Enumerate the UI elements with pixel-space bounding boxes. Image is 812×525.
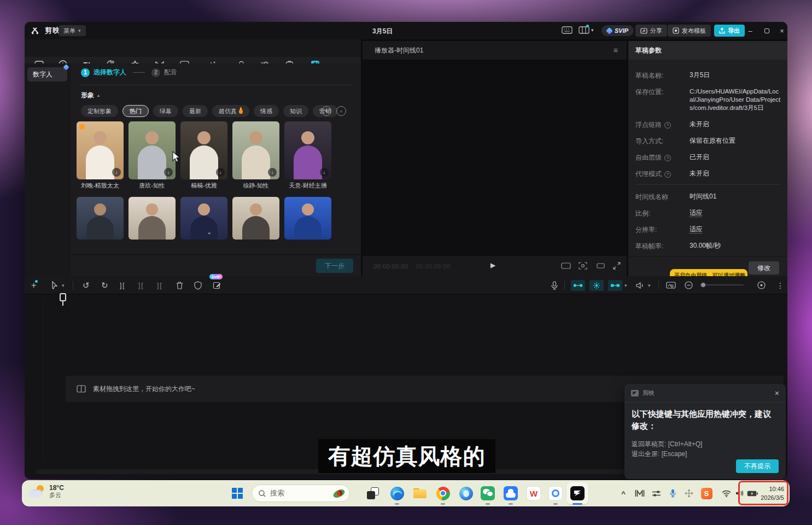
download-icon[interactable]: ↓: [112, 168, 121, 177]
param-value-ratio[interactable]: 适应: [690, 209, 703, 217]
info-icon[interactable]: ?: [664, 122, 671, 129]
delete-button[interactable]: [176, 276, 184, 294]
section-header-image[interactable]: 形象 ▴: [81, 91, 100, 100]
record-voiceover-button[interactable]: [551, 276, 558, 294]
magnet-toggle[interactable]: [589, 276, 604, 294]
zoom-out-button[interactable]: [685, 276, 693, 294]
more-options-button[interactable]: ⋮: [776, 276, 784, 294]
playhead[interactable]: [60, 293, 66, 301]
avatar-card[interactable]: ↓: [180, 121, 227, 179]
maximize-button[interactable]: [761, 25, 773, 37]
avatar-card[interactable]: [180, 197, 227, 240]
info-icon[interactable]: ?: [664, 155, 671, 161]
split-button[interactable]: ][: [120, 276, 126, 294]
undo-button[interactable]: ↺: [83, 276, 90, 294]
avatar-card[interactable]: [77, 197, 124, 240]
chip-knowledge[interactable]: 知识: [283, 105, 308, 117]
share-button[interactable]: 分享: [635, 25, 667, 37]
download-icon[interactable]: ↓: [216, 168, 225, 177]
file-explorer-icon[interactable]: [412, 486, 428, 501]
audio-display-button[interactable]: [635, 276, 645, 294]
avatar-card[interactable]: [128, 197, 176, 240]
info-icon[interactable]: ?: [664, 171, 671, 178]
close-button[interactable]: ×: [776, 25, 787, 37]
jianying-taskbar-plate[interactable]: [566, 482, 588, 504]
chip-greenscreen[interactable]: 绿幕: [153, 105, 178, 117]
start-button[interactable]: [230, 486, 245, 501]
select-tool-caret-icon[interactable]: ▾: [62, 276, 65, 294]
step2-label[interactable]: 配音: [164, 68, 177, 77]
preview-axis-button[interactable]: [666, 276, 676, 294]
input-method-icon[interactable]: [632, 486, 647, 501]
avatar-card[interactable]: ↓: [77, 121, 124, 179]
select-tool[interactable]: [51, 276, 59, 294]
preview-quality-icon[interactable]: [579, 262, 587, 270]
avatar-card[interactable]: [284, 197, 331, 240]
shortcut-conflict-notification: 剪映 × 以下快捷键与其他应用热键冲突，建议修改： 返回草稿页: [Ctrl+A…: [624, 384, 786, 479]
play-button[interactable]: ▶: [490, 261, 495, 269]
copilot-bing-icon[interactable]: [458, 486, 474, 501]
chip-hyperreal[interactable]: 超仿真: [212, 105, 249, 117]
avatar-card[interactable]: ↓: [284, 121, 331, 179]
snap-toggle[interactable]: [608, 276, 622, 294]
fit-timeline-button[interactable]: [757, 276, 766, 294]
download-icon[interactable]: ↓: [268, 168, 277, 177]
minimize-button[interactable]: –: [744, 25, 756, 37]
taskbar-search[interactable]: 搜索: [252, 485, 350, 502]
chip-hot[interactable]: 热门: [122, 105, 149, 117]
delete-right-button[interactable]: ][: [157, 276, 163, 294]
media-strip-icon: [77, 385, 86, 393]
avatar-card[interactable]: [232, 197, 279, 240]
tray-hidden-icons-button[interactable]: ^: [616, 486, 631, 501]
snap-caret-icon[interactable]: ▾: [624, 276, 627, 294]
move-control-icon[interactable]: [681, 486, 697, 501]
microphone-tray-icon[interactable]: [665, 486, 680, 501]
ratio-icon[interactable]: [561, 262, 571, 269]
timeline-zoom-slider[interactable]: [700, 284, 744, 285]
redo-button[interactable]: ↻: [101, 276, 108, 294]
player-viewport[interactable]: [363, 60, 627, 256]
fullscreen-icon[interactable]: [613, 262, 621, 270]
chips-search-icon[interactable]: ⌕: [336, 106, 346, 116]
player-menu-icon[interactable]: ≡: [614, 46, 618, 55]
chip-emotion[interactable]: 情感: [254, 105, 279, 117]
quark-cloud-app-icon[interactable]: [503, 486, 518, 501]
sogou-icon[interactable]: S: [699, 486, 714, 501]
dont-remind-button[interactable]: 不再提示: [736, 459, 779, 473]
player-panel: 播放器-时间线01 ≡ 00:00:00:00 00:00:05:00 ▶: [363, 41, 627, 276]
slider-handle[interactable]: [701, 283, 705, 287]
chip-custom-image[interactable]: 定制形象: [81, 105, 118, 117]
ring-app-icon[interactable]: [548, 486, 563, 501]
svip-button[interactable]: SVIP: [601, 25, 634, 36]
edge-icon[interactable]: [389, 486, 405, 501]
settings-sliders-icon[interactable]: [649, 486, 664, 501]
chip-newest[interactable]: 最新: [183, 105, 208, 117]
avatar-card[interactable]: ↓: [128, 121, 176, 179]
task-view-button[interactable]: [365, 486, 381, 501]
mask-button[interactable]: [194, 276, 202, 294]
download-icon[interactable]: ↓: [320, 168, 329, 177]
safe-area-icon[interactable]: [597, 263, 605, 269]
wps-icon[interactable]: W: [526, 486, 541, 501]
wechat-icon[interactable]: [480, 486, 495, 501]
param-value-resolution[interactable]: 适应: [690, 225, 703, 234]
modify-button[interactable]: 修改: [749, 261, 779, 275]
download-icon[interactable]: ↓: [164, 168, 173, 177]
link-toggle[interactable]: [571, 276, 585, 294]
ladybug-doodle-icon[interactable]: [332, 488, 346, 498]
menu-button[interactable]: 菜单▾: [59, 25, 86, 36]
next-step-button[interactable]: 下一步: [316, 259, 353, 273]
keyboard-shortcuts-icon[interactable]: [562, 26, 573, 34]
delete-left-button[interactable]: ][: [138, 276, 144, 294]
layout-switch-icon[interactable]: ▾: [579, 26, 594, 34]
avatar-card[interactable]: ↓: [232, 121, 279, 179]
chrome-icon[interactable]: [435, 486, 451, 501]
export-button[interactable]: 导出: [714, 25, 745, 37]
taskbar-weather-widget[interactable]: 18°C 多云: [28, 485, 64, 499]
publish-template-button[interactable]: 发布模板: [668, 25, 711, 37]
audio-display-caret-icon[interactable]: ▾: [648, 276, 651, 294]
add-media-button[interactable]: +: [31, 276, 36, 294]
chips-expand-icon[interactable]: ▾: [322, 106, 331, 116]
sidebar-tab-digital-human[interactable]: 数字人: [27, 67, 67, 81]
close-icon[interactable]: ×: [775, 389, 779, 398]
